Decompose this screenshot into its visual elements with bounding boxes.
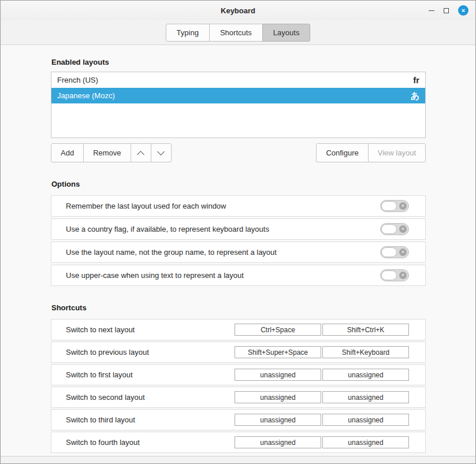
option-label: Use upper-case when using text to repres…	[66, 271, 244, 280]
enabled-layouts-heading: Enabled layouts	[51, 58, 426, 66]
toggle-knob	[381, 224, 397, 234]
titlebar: Keyboard ×	[1, 1, 475, 20]
option-label: Use a country flag, if available, to rep…	[66, 225, 269, 233]
shortcut-bindings: unassigned unassigned	[235, 369, 409, 381]
move-down-button[interactable]	[151, 143, 172, 162]
minimize-button[interactable]	[429, 10, 434, 11]
keybinding-cell[interactable]: unassigned	[322, 391, 409, 403]
chevron-up-icon	[137, 151, 144, 158]
tab-bar: Typing Shortcuts Layouts	[1, 20, 475, 44]
window-bottom-edge	[1, 456, 475, 463]
close-icon: ×	[458, 5, 468, 16]
add-layout-button[interactable]: Add	[51, 143, 84, 162]
layout-name: French (US)	[57, 76, 98, 84]
list-item-japanese[interactable]: Japanese (Mozc) あ	[51, 88, 425, 103]
shortcut-fourth-layout: Switch to fourth layout unassigned unass…	[51, 432, 426, 453]
keybinding-cell[interactable]: unassigned	[235, 391, 321, 403]
window-controls: ×	[429, 1, 468, 20]
shortcut-label: Switch to second layout	[66, 393, 145, 402]
shortcut-bindings: unassigned unassigned	[235, 414, 409, 426]
toggle-country-flag[interactable]: ×	[380, 223, 409, 235]
shortcut-second-layout: Switch to second layout unassigned unass…	[51, 387, 426, 408]
tab-shortcuts[interactable]: Shortcuts	[209, 24, 263, 42]
maximize-icon	[444, 8, 449, 13]
tab-typing[interactable]: Typing	[166, 24, 210, 42]
toggle-knob	[381, 270, 397, 280]
shortcut-bindings: unassigned unassigned	[235, 391, 409, 403]
shortcut-label: Switch to previous layout	[66, 348, 149, 357]
shortcut-third-layout: Switch to third layout unassigned unassi…	[51, 409, 426, 430]
tab-group: Typing Shortcuts Layouts	[166, 24, 311, 42]
shortcut-first-layout: Switch to first layout unassigned unassi…	[51, 364, 426, 385]
list-item-french[interactable]: French (US) fr	[51, 72, 425, 88]
tab-layouts[interactable]: Layouts	[262, 24, 311, 42]
shortcut-label: Switch to next layout	[66, 325, 135, 334]
option-remember-last-layout: Remember the last layout used for each w…	[51, 195, 426, 217]
option-label: Remember the last layout used for each w…	[66, 202, 226, 210]
keybinding-cell[interactable]: Shift+Keyboard	[322, 346, 409, 358]
layout-actions: Add Remove Configure View layout	[51, 143, 426, 162]
option-country-flag: Use a country flag, if available, to rep…	[51, 218, 426, 240]
shortcut-next-layout: Switch to next layout Ctrl+Space Shift+C…	[51, 319, 426, 340]
layout-name: Japanese (Mozc)	[57, 91, 115, 100]
toggle-remember-last-layout[interactable]: ×	[380, 200, 409, 212]
layout-right-actions: Configure View layout	[316, 143, 426, 162]
option-layout-name: Use the layout name, not the group name,…	[51, 242, 426, 263]
toggle-upper-case[interactable]: ×	[380, 269, 409, 281]
options-heading: Options	[51, 180, 426, 188]
chevron-down-icon	[157, 148, 165, 155]
shortcut-bindings: Ctrl+Space Shift+Ctrl+K	[235, 324, 409, 336]
toggle-off-icon: ×	[399, 225, 407, 233]
move-up-button[interactable]	[131, 143, 151, 162]
keybinding-cell[interactable]: Shift+Super+Space	[235, 346, 321, 358]
keybinding-cell[interactable]: unassigned	[235, 369, 321, 381]
toggle-off-icon: ×	[399, 272, 407, 279]
keybinding-cell[interactable]: unassigned	[322, 369, 409, 381]
minimize-icon	[429, 10, 434, 11]
layout-badge-fr: fr	[413, 76, 419, 84]
shortcut-label: Switch to fourth layout	[66, 438, 140, 447]
option-upper-case: Use upper-case when using text to repres…	[51, 265, 426, 286]
keybinding-cell[interactable]: unassigned	[235, 436, 321, 448]
keybinding-cell[interactable]: unassigned	[235, 414, 321, 426]
toggle-off-icon: ×	[399, 202, 407, 210]
enabled-layouts-list: French (US) fr Japanese (Mozc) あ	[51, 72, 426, 138]
shortcuts-heading: Shortcuts	[51, 303, 426, 312]
window-title: Keyboard	[221, 6, 255, 15]
toggle-off-icon: ×	[399, 248, 407, 256]
shortcut-label: Switch to third layout	[66, 415, 135, 424]
toggle-layout-name[interactable]: ×	[380, 246, 409, 258]
keybinding-cell[interactable]: Ctrl+Space	[235, 324, 321, 336]
configure-button[interactable]: Configure	[316, 143, 368, 162]
close-button[interactable]: ×	[458, 5, 468, 16]
maximize-button[interactable]	[444, 8, 449, 13]
shortcut-label: Switch to first layout	[66, 370, 133, 379]
keybinding-cell[interactable]: Shift+Ctrl+K	[322, 324, 409, 336]
option-label: Use the layout name, not the group name,…	[66, 248, 277, 257]
keyboard-settings-window: Keyboard × Typing Shortcuts Layouts Enab…	[0, 0, 476, 464]
layouts-panel: Enabled layouts French (US) fr Japanese …	[1, 44, 475, 456]
layout-badge-ja: あ	[411, 91, 419, 100]
toggle-knob	[381, 247, 397, 257]
keybinding-cell[interactable]: unassigned	[322, 414, 409, 426]
shortcut-bindings: unassigned unassigned	[235, 436, 409, 448]
view-layout-button[interactable]: View layout	[368, 143, 426, 162]
remove-layout-button[interactable]: Remove	[83, 143, 131, 162]
shortcut-bindings: Shift+Super+Space Shift+Keyboard	[235, 346, 409, 358]
keybinding-cell[interactable]: unassigned	[322, 436, 409, 448]
shortcut-previous-layout: Switch to previous layout Shift+Super+Sp…	[51, 341, 426, 363]
toggle-knob	[381, 201, 397, 211]
